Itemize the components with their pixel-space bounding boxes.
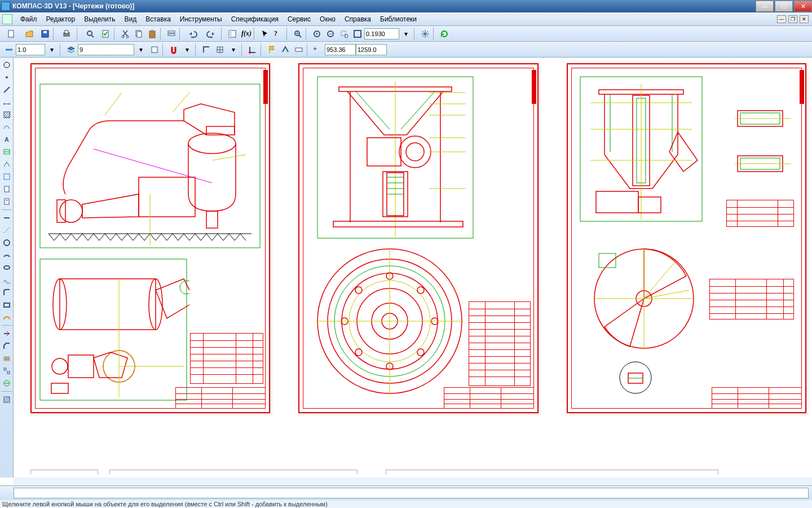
report-tool[interactable] bbox=[1, 196, 12, 207]
dim-tool[interactable] bbox=[1, 97, 12, 108]
roughness-tool[interactable] bbox=[1, 159, 12, 170]
svg-rect-61 bbox=[57, 200, 65, 222]
polygon-tool[interactable] bbox=[1, 312, 12, 323]
layer-input[interactable] bbox=[78, 44, 134, 55]
mdi-min-button[interactable]: — bbox=[777, 15, 786, 23]
flag-button[interactable] bbox=[266, 43, 278, 56]
variables-button[interactable]: f(x) bbox=[240, 28, 252, 40]
minimize-button[interactable]: — bbox=[756, 1, 774, 12]
rect-tool[interactable] bbox=[1, 299, 12, 310]
message-box[interactable] bbox=[14, 488, 809, 498]
redo-button[interactable] bbox=[202, 28, 219, 40]
new-button[interactable] bbox=[3, 28, 20, 40]
mdi-restore-button[interactable]: ❐ bbox=[788, 15, 797, 23]
properties-button[interactable] bbox=[165, 28, 178, 40]
zoom-fit-button[interactable] bbox=[351, 28, 364, 40]
fillet-tool[interactable] bbox=[1, 287, 12, 298]
menu-tools[interactable]: Инструменты bbox=[175, 14, 227, 25]
print-button[interactable] bbox=[58, 28, 75, 40]
maximize-button[interactable]: ☐ bbox=[775, 1, 793, 12]
menu-service[interactable]: Сервис bbox=[283, 14, 315, 25]
grid-settings-button[interactable]: ▾ bbox=[227, 43, 240, 56]
point-tool[interactable] bbox=[1, 72, 12, 83]
view-tool[interactable] bbox=[1, 171, 12, 182]
linestyle-button[interactable] bbox=[3, 43, 15, 56]
paste-button[interactable] bbox=[146, 28, 158, 40]
save-button[interactable] bbox=[39, 28, 51, 40]
cut-button[interactable] bbox=[119, 28, 131, 40]
pointer-button[interactable] bbox=[259, 28, 271, 40]
line-width-dropdown[interactable]: ▾ bbox=[46, 43, 58, 56]
drawing-sheet-1 bbox=[30, 63, 270, 413]
spec-tool[interactable] bbox=[1, 183, 12, 195]
coord-y-input[interactable] bbox=[356, 44, 387, 55]
trim-tool[interactable] bbox=[1, 328, 12, 339]
zoom-out-button[interactable]: − bbox=[324, 28, 337, 40]
zoom-dropdown-button[interactable]: ▾ bbox=[400, 28, 412, 40]
ellipse-tool[interactable] bbox=[1, 262, 12, 273]
geometry-tool[interactable] bbox=[1, 59, 12, 71]
offset-tool[interactable] bbox=[1, 353, 12, 364]
ortho-button[interactable] bbox=[200, 43, 213, 56]
svg-point-75 bbox=[52, 358, 68, 374]
layer-manager-button[interactable] bbox=[148, 43, 161, 56]
hatch-tool[interactable] bbox=[1, 109, 12, 120]
circle-tool[interactable] bbox=[1, 237, 12, 248]
zoom-frame-button[interactable] bbox=[292, 28, 304, 40]
svg-rect-68 bbox=[60, 279, 156, 330]
zoom-input[interactable] bbox=[364, 28, 399, 40]
coord-x-input[interactable] bbox=[325, 44, 356, 55]
menu-editor[interactable]: Редактор bbox=[42, 14, 80, 25]
undo-button[interactable] bbox=[184, 28, 201, 40]
svg-rect-12 bbox=[149, 31, 155, 38]
svg-point-27 bbox=[345, 34, 348, 38]
menu-window[interactable]: Окно bbox=[315, 14, 340, 25]
pan-button[interactable] bbox=[419, 28, 431, 40]
edit-line-tool[interactable] bbox=[1, 212, 12, 224]
menu-select[interactable]: Выделить bbox=[80, 14, 120, 25]
layer-icon[interactable] bbox=[65, 43, 77, 56]
param-button[interactable] bbox=[293, 43, 305, 56]
drawing-canvas[interactable] bbox=[14, 58, 812, 478]
mdi-close-button[interactable]: ✕ bbox=[800, 15, 809, 23]
menu-insert[interactable]: Вставка bbox=[141, 14, 175, 25]
manager-button[interactable] bbox=[226, 28, 239, 40]
grid-button[interactable] bbox=[214, 43, 226, 56]
open-button[interactable] bbox=[21, 28, 38, 40]
spline-tool[interactable] bbox=[1, 121, 12, 133]
drawing-sheet-3 bbox=[567, 63, 806, 413]
hatch-fill-tool[interactable] bbox=[1, 394, 12, 405]
menu-file[interactable]: Файл bbox=[16, 14, 42, 25]
zoom-select-button[interactable] bbox=[338, 28, 350, 40]
line-width-input[interactable] bbox=[16, 44, 45, 55]
arc-tool[interactable] bbox=[1, 249, 12, 261]
chamfer-tool[interactable] bbox=[1, 340, 12, 352]
local-cs-button[interactable] bbox=[246, 43, 259, 56]
menu-libs[interactable]: Библиотеки bbox=[376, 14, 421, 25]
project-tool[interactable] bbox=[1, 378, 12, 389]
zoom-in-button[interactable]: + bbox=[311, 28, 323, 40]
text-tool[interactable]: A bbox=[1, 134, 12, 145]
bezier-tool[interactable] bbox=[1, 274, 12, 286]
menu-spec[interactable]: Спецификация bbox=[227, 14, 283, 25]
menu-view[interactable]: Вид bbox=[120, 14, 142, 25]
refresh-button[interactable] bbox=[438, 28, 451, 40]
collect-tool[interactable] bbox=[1, 365, 12, 376]
mdi-doc-icon[interactable] bbox=[2, 14, 12, 24]
line-tool[interactable] bbox=[1, 84, 12, 95]
snap-button[interactable] bbox=[167, 43, 180, 56]
check-button[interactable] bbox=[100, 28, 112, 40]
table-tool[interactable] bbox=[1, 146, 12, 157]
app-icon bbox=[1, 2, 10, 11]
status-text: Щелкните левой кнопкой мыши на объекте д… bbox=[2, 501, 328, 507]
aux-line-tool[interactable] bbox=[1, 225, 12, 236]
sheet2-front-view bbox=[316, 76, 474, 239]
roughness-button[interactable] bbox=[279, 43, 292, 56]
copy-button[interactable] bbox=[133, 28, 145, 40]
menu-help[interactable]: Справка bbox=[340, 14, 376, 25]
preview-button[interactable] bbox=[82, 28, 99, 40]
snap-settings-button[interactable]: ▾ bbox=[181, 43, 193, 56]
help-pointer-button[interactable]: ? bbox=[272, 28, 285, 40]
close-button[interactable]: ✕ bbox=[794, 1, 812, 12]
layer-dropdown[interactable]: ▾ bbox=[135, 43, 147, 56]
